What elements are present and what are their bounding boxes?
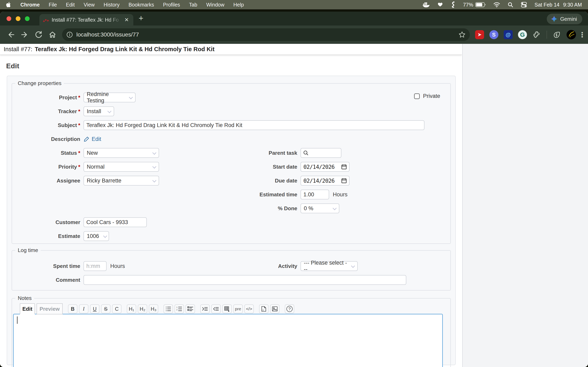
home-button[interactable]: [47, 29, 58, 41]
notes-editor-tabs: Edit Preview B I U S C H₁ H₂ H₃: [20, 303, 450, 314]
heading3-button[interactable]: H₃: [149, 304, 158, 313]
extension-stripe-icon[interactable]: S: [489, 30, 498, 39]
unquote-button[interactable]: [211, 304, 221, 313]
gemini-button[interactable]: Gemini: [547, 14, 582, 24]
private-checkbox[interactable]: [414, 93, 420, 99]
spotlight-search-icon[interactable]: [508, 2, 513, 8]
site-info-icon[interactable]: [66, 31, 73, 38]
menubar-item-chrome[interactable]: Chrome: [20, 2, 40, 8]
minimize-window-button[interactable]: [16, 16, 20, 21]
status-select[interactable]: New: [84, 148, 159, 158]
menubar-item-tab[interactable]: Tab: [189, 2, 197, 8]
chevron-down-icon: [107, 109, 112, 113]
subject-label: Subject*: [12, 122, 84, 128]
bold-button[interactable]: B: [68, 304, 77, 313]
docker-menu-icon[interactable]: [422, 2, 430, 8]
due-date-input[interactable]: 02/14/2026: [301, 176, 350, 185]
address-bar[interactable]: localhost:3000/issues/77: [62, 28, 470, 41]
extension-red-arrow-icon[interactable]: ➤: [475, 30, 484, 39]
chevron-down-icon: [333, 206, 337, 210]
tab-edit[interactable]: Edit: [20, 303, 35, 314]
notes-textarea[interactable]: [13, 314, 443, 367]
bookmark-star-icon[interactable]: [458, 31, 466, 38]
activity-label: Activity: [249, 263, 301, 269]
estimate-label: Estimate: [12, 233, 84, 239]
search-icon: [303, 150, 309, 156]
energy-saver-icon[interactable]: [552, 30, 561, 39]
apple-menu-icon[interactable]: [6, 2, 11, 8]
heart-hands-menu-icon[interactable]: [437, 2, 443, 8]
back-button[interactable]: [5, 29, 17, 41]
ordered-list-button[interactable]: 12: [174, 304, 184, 313]
menubar-item-help[interactable]: Help: [233, 2, 244, 8]
estimate-select[interactable]: 1006: [84, 231, 109, 241]
menubar-clock[interactable]: Sat Feb 14 9:30 AM: [535, 2, 582, 8]
customer-row: Customer: [12, 217, 450, 227]
subject-input[interactable]: [84, 120, 424, 130]
insert-image-button[interactable]: [270, 304, 279, 313]
profile-avatar[interactable]: [567, 30, 576, 39]
blockquote-button[interactable]: [200, 304, 210, 313]
wiki-link-button[interactable]: ∞: [259, 304, 268, 313]
strikethrough-button[interactable]: S: [101, 304, 111, 313]
browser-tab[interactable]: Install #77: Teraflex Jk: Hd Fo ✕: [39, 14, 133, 25]
menubar-item-file[interactable]: File: [49, 2, 57, 8]
tracker-select[interactable]: Install: [84, 106, 114, 116]
extension-password-manager-icon[interactable]: @: [504, 30, 513, 39]
calendar-icon[interactable]: [341, 164, 347, 169]
spent-time-input[interactable]: [84, 261, 107, 271]
tab-title: Install #77: Teraflex Jk: Hd Fo: [52, 17, 121, 23]
reload-button[interactable]: [33, 29, 44, 41]
new-tab-button[interactable]: +: [139, 14, 143, 23]
menubar-item-view[interactable]: View: [84, 2, 95, 8]
assignee-label: Assignee: [12, 178, 84, 184]
priority-select[interactable]: Normal: [84, 162, 159, 172]
tab-close-icon[interactable]: ✕: [123, 17, 130, 23]
menubar-item-profiles[interactable]: Profiles: [163, 2, 180, 8]
start-date-input[interactable]: 02/14/2026: [301, 162, 350, 172]
forward-button[interactable]: [19, 29, 31, 41]
insert-table-button[interactable]: [222, 304, 232, 313]
tab-preview[interactable]: Preview: [36, 303, 63, 314]
comment-input[interactable]: [84, 275, 406, 285]
battery-indicator[interactable]: 77%: [463, 2, 486, 8]
menubar-time: 9:30 AM: [563, 2, 582, 8]
help-button[interactable]: ?: [285, 304, 294, 313]
code-block-button[interactable]: </>: [244, 304, 254, 313]
customer-input[interactable]: [84, 217, 147, 227]
battery-percent: 77%: [463, 2, 473, 8]
underline-button[interactable]: U: [90, 304, 99, 313]
preformatted-button[interactable]: pre: [233, 304, 243, 313]
close-window-button[interactable]: [7, 16, 11, 21]
menubar-item-bookmarks[interactable]: Bookmarks: [129, 2, 154, 8]
unordered-list-button[interactable]: [164, 304, 173, 313]
chrome-menu-kebab-icon[interactable]: •••: [581, 32, 583, 38]
seahorse-menu-icon[interactable]: [451, 1, 456, 8]
done-ratio-select[interactable]: 0 %: [301, 203, 339, 213]
heading1-button[interactable]: H₁: [127, 304, 136, 313]
control-center-icon[interactable]: [521, 2, 527, 8]
assignee-select[interactable]: Ricky Barrette: [84, 176, 159, 185]
parent-task-input[interactable]: [301, 148, 341, 158]
menubar-item-window[interactable]: Window: [206, 2, 224, 8]
chevron-down-icon: [103, 234, 107, 238]
redmine-page: Install #77: Teraflex Jk: Hd Forged Drag…: [0, 44, 462, 367]
heading2-button[interactable]: H₂: [138, 304, 147, 313]
activity-select[interactable]: --- Please select ---: [301, 261, 358, 271]
menubar-item-history[interactable]: History: [104, 2, 120, 8]
menubar-item-edit[interactable]: Edit: [66, 2, 75, 8]
estimated-time-input[interactable]: [301, 190, 329, 200]
task-list-button[interactable]: [186, 304, 195, 313]
issue-id: Install #77:: [4, 46, 32, 53]
toolbar-divider: [546, 31, 547, 39]
project-select[interactable]: Redmine Testing: [84, 92, 136, 102]
italic-button[interactable]: I: [79, 304, 88, 313]
inline-code-button[interactable]: C: [112, 304, 121, 313]
calendar-icon[interactable]: [341, 178, 347, 183]
extension-grammarly-icon[interactable]: G: [518, 30, 527, 39]
wifi-icon[interactable]: [493, 2, 500, 7]
description-label: Description: [12, 136, 84, 142]
extensions-puzzle-icon[interactable]: [532, 30, 541, 39]
zoom-window-button[interactable]: [25, 16, 30, 21]
description-edit-link[interactable]: Edit: [84, 136, 101, 142]
